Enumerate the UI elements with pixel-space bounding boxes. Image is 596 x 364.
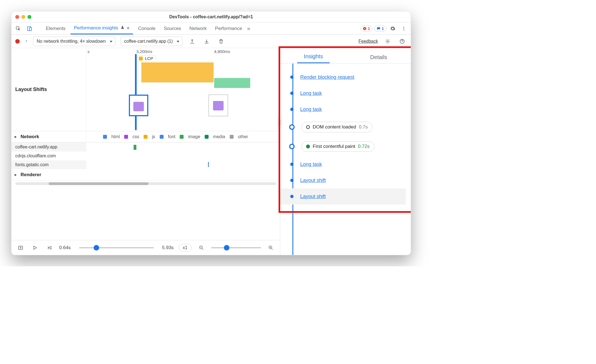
svg-point-5 bbox=[404, 28, 404, 29]
record-menu-icon[interactable] bbox=[25, 39, 28, 44]
tab-console[interactable]: Console bbox=[135, 22, 159, 34]
device-toggle-icon[interactable] bbox=[25, 24, 34, 33]
svg-point-10 bbox=[20, 247, 21, 248]
insight-link[interactable]: Long task bbox=[300, 107, 322, 112]
close-tab-icon[interactable]: × bbox=[127, 25, 130, 31]
insights-panel: ❮ Insights Details Render blocking reque… bbox=[280, 48, 411, 255]
tab-sources[interactable]: Sources bbox=[161, 22, 184, 34]
settings-icon[interactable] bbox=[388, 24, 397, 33]
rewind-icon[interactable] bbox=[45, 243, 54, 252]
zoom-out-icon[interactable] bbox=[197, 243, 206, 252]
zoom-in-icon[interactable] bbox=[266, 243, 276, 252]
window-title: DevTools - coffee-cart.netlify.app/?ad=1 bbox=[11, 14, 411, 19]
preview-toggle-icon[interactable] bbox=[16, 243, 25, 252]
tab-elements[interactable]: Elements bbox=[42, 22, 69, 34]
maximize-window-button[interactable] bbox=[27, 15, 31, 19]
tab-performance-insights[interactable]: Performance insights × bbox=[71, 22, 133, 34]
svg-point-4 bbox=[404, 27, 404, 27]
help-icon[interactable] bbox=[397, 37, 407, 46]
play-icon[interactable] bbox=[30, 243, 40, 252]
screenshot-thumb[interactable] bbox=[209, 95, 228, 116]
timeline-panel: Layout Shifts s 3,200ms 4,800ms LCP Netw… bbox=[11, 48, 280, 255]
svg-rect-9 bbox=[19, 246, 23, 249]
zoom-level[interactable]: x1 bbox=[179, 244, 192, 252]
request-bar[interactable] bbox=[134, 145, 136, 150]
panel-settings-icon[interactable] bbox=[383, 37, 392, 46]
time-tick: 3,200ms bbox=[136, 49, 152, 54]
inspect-icon[interactable] bbox=[14, 24, 23, 33]
time-tick: 4,800ms bbox=[214, 49, 230, 54]
lcp-marker[interactable]: LCP bbox=[136, 55, 157, 62]
tab-performance[interactable]: Performance bbox=[212, 22, 245, 34]
insight-milestone[interactable]: DOM content loaded 0.7s bbox=[301, 122, 372, 132]
close-window-button[interactable] bbox=[15, 15, 19, 19]
network-host[interactable]: coffee-cart.netlify.app bbox=[11, 143, 86, 151]
tab-network[interactable]: Network bbox=[186, 22, 210, 34]
playback-end-time: 5.93s bbox=[162, 245, 174, 251]
insights-tabs: Insights Details bbox=[280, 48, 411, 64]
network-rows: coffee-cart.netlify.app cdnjs.cloudflare… bbox=[11, 143, 280, 169]
message-badge[interactable]: 1 bbox=[374, 26, 386, 32]
error-badge[interactable]: 1 bbox=[360, 26, 372, 32]
tab-insights[interactable]: Insights bbox=[297, 53, 330, 63]
record-button[interactable] bbox=[15, 39, 20, 44]
trash-icon[interactable] bbox=[216, 37, 226, 46]
flask-icon bbox=[121, 25, 124, 31]
svg-rect-2 bbox=[29, 27, 32, 31]
svg-point-6 bbox=[404, 29, 404, 30]
minimize-window-button[interactable] bbox=[21, 15, 25, 19]
insight-milestone[interactable]: First contentful paint 0.72s bbox=[301, 141, 374, 152]
feedback-link[interactable]: Feedback bbox=[359, 39, 378, 44]
network-track[interactable] bbox=[86, 143, 280, 169]
network-host[interactable]: cdnjs.cloudflare.com bbox=[11, 151, 86, 160]
svg-point-7 bbox=[387, 41, 389, 42]
status-dot-icon bbox=[306, 145, 310, 148]
insight-link[interactable]: Layout shift bbox=[300, 194, 326, 199]
lcp-line bbox=[135, 54, 137, 130]
paint-region bbox=[214, 78, 250, 88]
playback-slider[interactable] bbox=[79, 247, 154, 248]
insights-list[interactable]: Render blocking request Long task Long t… bbox=[280, 64, 411, 255]
download-icon[interactable] bbox=[202, 37, 211, 46]
playback-bar: 0.64s 5.93s x1 bbox=[11, 240, 280, 255]
horizontal-scrollbar[interactable] bbox=[11, 180, 280, 187]
lcp-region bbox=[141, 62, 214, 82]
more-tabs-icon[interactable]: » bbox=[247, 25, 250, 32]
devtools-tabs: Elements Performance insights × Console … bbox=[11, 22, 411, 35]
network-host[interactable]: fonts.gstatic.com bbox=[11, 160, 86, 169]
throttling-select[interactable]: No network throttling, 4× slowdown bbox=[33, 37, 116, 46]
insight-link[interactable]: Long task bbox=[300, 90, 322, 96]
titlebar: DevTools - coffee-cart.netlify.app/?ad=1 bbox=[11, 11, 411, 22]
status-dot-icon bbox=[306, 125, 310, 129]
screenshot-thumb-selected[interactable] bbox=[129, 95, 148, 116]
section-renderer[interactable]: Renderer bbox=[11, 169, 280, 180]
tab-details[interactable]: Details bbox=[364, 54, 394, 63]
insight-link[interactable]: Layout shift bbox=[300, 178, 326, 183]
request-bar[interactable] bbox=[208, 162, 209, 167]
insight-link[interactable]: Long task bbox=[300, 161, 322, 167]
page-select[interactable]: coffee-cart.netlify.app (1) bbox=[121, 37, 183, 46]
network-legend: html css js font image media other bbox=[86, 131, 280, 142]
section-network[interactable]: Network bbox=[11, 131, 86, 142]
upload-icon[interactable] bbox=[187, 37, 197, 46]
playback-start-time: 0.64s bbox=[59, 245, 71, 251]
zoom-slider[interactable] bbox=[211, 247, 261, 248]
section-layout-shifts: Layout Shifts bbox=[11, 48, 86, 131]
insights-toolbar: No network throttling, 4× slowdown coffe… bbox=[11, 35, 411, 48]
time-tick: s bbox=[87, 49, 90, 54]
timeline-canvas[interactable]: s 3,200ms 4,800ms LCP bbox=[86, 48, 280, 131]
kebab-menu-icon[interactable] bbox=[399, 24, 409, 33]
insight-link[interactable]: Render blocking request bbox=[300, 74, 354, 80]
window-controls bbox=[15, 15, 31, 19]
